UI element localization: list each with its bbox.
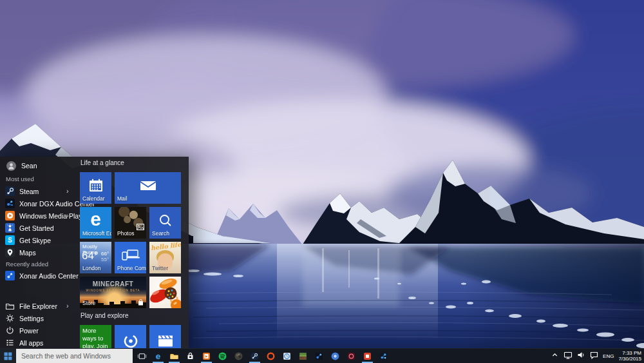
skype-icon: S xyxy=(5,235,15,245)
taskbar-icon-media-player[interactable] xyxy=(198,349,214,363)
tile-label: Microsoft Edge xyxy=(82,230,111,237)
store-bag-icon xyxy=(185,351,195,361)
calendar-icon xyxy=(89,179,103,192)
xbox-message: More ways to play. Join us! xyxy=(82,327,111,348)
most-used-header: Most used xyxy=(6,175,34,182)
taskbar-icon-clock-utility[interactable] xyxy=(279,349,295,363)
spotify-icon xyxy=(218,351,227,361)
tile-movies-tv[interactable] xyxy=(149,325,181,348)
taskbar-icon-blue-orb[interactable] xyxy=(327,349,343,363)
maps-icon xyxy=(5,248,15,257)
chevron-right-icon: › xyxy=(66,187,69,195)
clock[interactable]: 7:33 PM 7/30/2015 xyxy=(618,350,641,362)
start-item-all-apps[interactable]: All apps xyxy=(0,337,79,348)
steam-icon xyxy=(5,186,15,196)
power-icon xyxy=(5,326,15,335)
start-item-power[interactable]: Power xyxy=(0,324,79,337)
tile-calendar[interactable]: Calendar xyxy=(80,172,111,204)
taskbar-icon-game[interactable] xyxy=(231,349,247,363)
start-button[interactable] xyxy=(0,349,16,363)
tile-label: Calendar xyxy=(82,195,105,202)
tile-label: Twitter xyxy=(152,265,168,271)
start-item-skype[interactable]: S Get Skype xyxy=(0,234,79,246)
get-started-icon xyxy=(5,223,15,233)
taskbar-icon-audio-molecule[interactable] xyxy=(375,349,392,363)
tile-candy-crush[interactable] xyxy=(149,277,181,308)
tile-label: Phone Compa... xyxy=(117,265,146,271)
desktop: Sean Most used Steam › Xonar DGX Audio C… xyxy=(0,0,644,363)
tile-phone-companion[interactable]: Phone Compa... xyxy=(115,242,146,273)
start-item-steam[interactable]: Steam › xyxy=(0,185,79,197)
start-item-label: Settings xyxy=(19,315,44,322)
taskbar-pinned-icons: e xyxy=(134,349,392,363)
taskbar-icon-origin[interactable] xyxy=(263,349,279,363)
weather-temperature: 64° xyxy=(82,250,99,262)
molecule-icon xyxy=(379,351,388,361)
start-item-settings[interactable]: Settings xyxy=(0,312,79,324)
network-icon[interactable] xyxy=(564,350,573,362)
start-item-label: Get Started xyxy=(19,224,54,232)
minecraft-logo: MINECRAFT xyxy=(80,280,146,288)
action-center-icon[interactable] xyxy=(590,350,598,362)
start-item-xonar-audio[interactable]: Xonar Audio Center xyxy=(0,270,79,282)
task-view-icon xyxy=(137,351,147,361)
taskbar-icon-store[interactable] xyxy=(182,349,198,363)
taskbar-icon-recorder[interactable] xyxy=(343,349,359,363)
taskbar-icon-obs[interactable] xyxy=(359,349,375,363)
weather-high: 66° xyxy=(101,251,109,257)
volume-icon[interactable] xyxy=(577,350,585,362)
weather-city: London xyxy=(82,265,100,271)
start-item-file-explorer[interactable]: File Explorer › xyxy=(0,300,79,312)
start-item-maps[interactable]: Maps xyxy=(0,246,79,259)
start-item-label: All apps xyxy=(19,339,43,347)
start-item-label: File Explorer xyxy=(19,302,57,310)
tile-store[interactable]: MINECRAFT WINDOWS 10 EDITION BETA Store xyxy=(80,277,146,308)
tile-label: Photos xyxy=(117,230,134,237)
tile-weather[interactable]: Mostly Sunny 64° 66° 55° London xyxy=(80,242,111,273)
taskbar-icon-steam[interactable] xyxy=(247,349,263,363)
user-name: Sean xyxy=(21,162,37,170)
start-item-label: Maps xyxy=(19,249,36,257)
taskbar-icon-task-view[interactable] xyxy=(134,349,150,363)
taskbar-icon-minecraft[interactable] xyxy=(295,349,311,363)
tile-xbox[interactable]: More ways to play. Join us! xyxy=(80,325,111,348)
start-item-label: Windows Media Player xyxy=(19,212,88,220)
game-icon xyxy=(234,351,243,361)
clock-time: 7:33 PM xyxy=(618,350,641,356)
photo-frame-icon xyxy=(137,224,144,230)
tile-label: Mail xyxy=(117,195,128,202)
edge-logo: e xyxy=(90,208,101,230)
start-item-wmp[interactable]: Windows Media Player › xyxy=(0,210,79,222)
weather-low: 55° xyxy=(101,257,109,262)
start-item-xonar-dgx[interactable]: Xonar DGX Audio Center xyxy=(0,197,79,210)
all-apps-icon xyxy=(5,338,15,348)
tile-twitter[interactable]: hello life! Twitter xyxy=(149,242,181,273)
tray-chevron-up-icon[interactable] xyxy=(551,350,559,362)
tile-groove-music[interactable] xyxy=(115,325,146,348)
tile-label: Store xyxy=(82,300,95,306)
language-indicator[interactable]: ENG xyxy=(603,353,614,359)
tile-photos[interactable]: Photos xyxy=(115,207,146,239)
recently-added-header: Recently added xyxy=(6,260,48,268)
taskbar-search-input[interactable] xyxy=(16,349,133,363)
start-item-get-started[interactable]: Get Started xyxy=(0,222,79,234)
taskbar-icon-xonar-audio[interactable] xyxy=(311,349,327,363)
group-header-life: Life at a glance xyxy=(80,159,124,166)
start-menu: Sean Most used Steam › Xonar DGX Audio C… xyxy=(0,157,189,348)
audio-molecule-icon xyxy=(314,351,324,361)
tile-mail[interactable]: Mail xyxy=(115,172,181,204)
media-player-icon xyxy=(202,351,211,361)
tile-search[interactable]: Search xyxy=(149,207,181,239)
taskbar-icon-spotify[interactable] xyxy=(214,349,231,363)
phone-laptop-icon xyxy=(122,250,140,261)
tile-label: Search xyxy=(152,230,169,237)
minecraft-block-icon xyxy=(298,351,308,361)
tile-microsoft-edge[interactable]: e Microsoft Edge xyxy=(80,207,111,239)
obs-icon xyxy=(363,351,372,361)
taskbar-icon-edge[interactable]: e xyxy=(150,349,166,363)
taskbar-icon-file-explorer[interactable] xyxy=(166,349,182,363)
store-bag-icon xyxy=(138,299,144,306)
windows-logo-icon xyxy=(4,352,12,360)
chevron-right-icon: › xyxy=(66,211,69,219)
user-account[interactable]: Sean xyxy=(6,161,37,171)
